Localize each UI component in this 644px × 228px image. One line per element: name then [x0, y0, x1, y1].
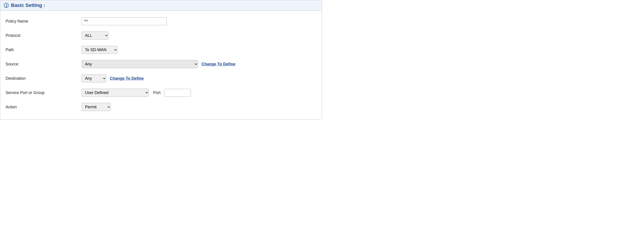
policy-name-row: Policy Name — [6, 14, 316, 28]
source-control: Any Defined Change To Define — [82, 60, 316, 68]
action-control: Permit Deny — [82, 103, 316, 111]
destination-label: Destination — [6, 76, 82, 81]
action-select[interactable]: Permit Deny — [82, 103, 111, 111]
protocol-control: ALL TCP UDP ICMP — [82, 31, 316, 39]
destination-control: Any Defined Change To Define — [82, 74, 316, 82]
port-input[interactable] — [164, 89, 191, 97]
protocol-label: Protocol — [6, 33, 82, 38]
destination-row: Destination Any Defined Change To Define — [6, 71, 316, 85]
action-row: Action Permit Deny — [6, 100, 316, 114]
port-label: Port — [153, 90, 160, 95]
source-row: Source Any Defined Change To Define — [6, 57, 316, 71]
policy-name-input[interactable] — [82, 17, 166, 25]
path-row: Path To SD-WAN To WAN To LAN — [6, 43, 316, 57]
expand-icon[interactable]: ❯ — [4, 3, 9, 8]
path-select[interactable]: To SD-WAN To WAN To LAN — [82, 46, 118, 54]
form-body: Policy Name Protocol ALL TCP UDP ICMP Pa… — [0, 11, 322, 119]
service-port-control: User Defined HTTP HTTPS FTP SSH Port — [82, 89, 316, 97]
protocol-select[interactable]: ALL TCP UDP ICMP — [82, 31, 108, 39]
section-header: ❯ Basic Setting : — [0, 0, 322, 11]
service-port-row: Service Port or Group User Defined HTTP … — [6, 85, 316, 100]
service-port-select[interactable]: User Defined HTTP HTTPS FTP SSH — [82, 89, 149, 97]
action-label: Action — [6, 105, 82, 109]
source-label: Source — [6, 62, 82, 66]
destination-select[interactable]: Any Defined — [82, 74, 106, 82]
source-change-to-define-link[interactable]: Change To Define — [202, 62, 236, 66]
basic-setting-panel: ❯ Basic Setting : Policy Name Protocol A… — [0, 0, 322, 120]
path-control: To SD-WAN To WAN To LAN — [82, 46, 316, 54]
policy-name-control — [82, 17, 316, 25]
service-port-label: Service Port or Group — [6, 90, 82, 95]
destination-change-to-define-link[interactable]: Change To Define — [110, 76, 144, 81]
section-title: Basic Setting : — [11, 2, 45, 8]
protocol-row: Protocol ALL TCP UDP ICMP — [6, 28, 316, 43]
source-select[interactable]: Any Defined — [82, 60, 198, 68]
path-label: Path — [6, 47, 82, 52]
policy-name-label: Policy Name — [6, 19, 82, 24]
